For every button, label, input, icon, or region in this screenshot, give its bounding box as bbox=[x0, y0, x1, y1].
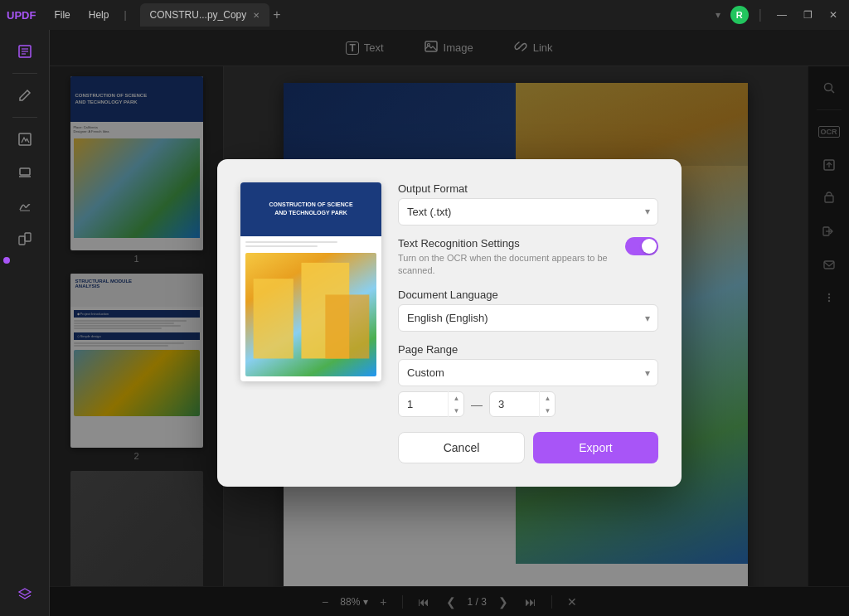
menu-bar: File Help bbox=[46, 6, 117, 24]
modal-overlay: CONSTRUCTION OF SCIENCEAND TECHNOLOGY PA… bbox=[50, 30, 849, 616]
left-sidebar bbox=[0, 30, 50, 616]
menu-file[interactable]: File bbox=[46, 6, 78, 24]
svg-rect-8 bbox=[19, 236, 25, 245]
page-from-wrap: ▲ ▼ bbox=[398, 391, 464, 417]
modal-preview-image: CONSTRUCTION OF SCIENCEAND TECHNOLOGY PA… bbox=[240, 182, 381, 381]
sidebar-divider-1 bbox=[12, 73, 37, 74]
user-avatar[interactable]: R bbox=[730, 6, 749, 24]
range-dash: — bbox=[471, 398, 483, 411]
output-format-label: Output Format bbox=[398, 182, 658, 195]
ocr-toggle[interactable] bbox=[625, 237, 658, 255]
tab-add-icon[interactable]: + bbox=[273, 7, 280, 22]
close-button[interactable]: ✕ bbox=[824, 7, 842, 22]
sidebar-icon-signature[interactable] bbox=[10, 191, 40, 221]
toggle-knob bbox=[642, 239, 657, 254]
preview-header: CONSTRUCTION OF SCIENCEAND TECHNOLOGY PA… bbox=[240, 182, 381, 236]
language-select[interactable]: English (English) French (Français) Germ… bbox=[398, 304, 658, 332]
page-range-select[interactable]: All Pages Custom Current Page bbox=[398, 359, 658, 386]
minimize-button[interactable]: — bbox=[772, 7, 792, 22]
modal-buttons: Cancel Export bbox=[398, 432, 658, 463]
sidebar-icon-annotate[interactable] bbox=[10, 124, 40, 154]
output-format-select-wrapper: Text (.txt) Word (.docx) Excel (.xlsx) P… bbox=[398, 198, 658, 226]
main-layout: T Text Image bbox=[0, 30, 849, 616]
separator-icon: | bbox=[124, 9, 126, 21]
output-format-section: Output Format Text (.txt) Word (.docx) E… bbox=[398, 182, 658, 226]
sidebar-dot-indicator bbox=[3, 257, 10, 264]
page-range-select-wrapper: All Pages Custom Current Page bbox=[398, 359, 658, 386]
document-language-section: Document Language English (English) Fren… bbox=[398, 289, 658, 332]
page-to-spinners: ▲ ▼ bbox=[539, 391, 555, 417]
tab-document[interactable]: CONSTRU...py_Copy ✕ bbox=[140, 3, 270, 27]
document-language-label: Document Language bbox=[398, 289, 658, 301]
building-svg bbox=[245, 253, 376, 376]
svg-rect-25 bbox=[325, 294, 369, 358]
preview-body bbox=[240, 236, 381, 381]
page-range-inputs: ▲ ▼ — ▲ ▼ bbox=[398, 391, 658, 417]
page-to-wrap: ▲ ▼ bbox=[489, 391, 555, 417]
page-to-down[interactable]: ▼ bbox=[540, 405, 555, 418]
user-initial: R bbox=[736, 10, 743, 20]
page-from-down[interactable]: ▼ bbox=[449, 405, 464, 418]
app-logo: UPDF bbox=[7, 9, 36, 22]
page-from-spinners: ▲ ▼ bbox=[448, 391, 464, 417]
preview-header-text: CONSTRUCTION OF SCIENCEAND TECHNOLOGY PA… bbox=[269, 201, 352, 217]
export-button[interactable]: Export bbox=[533, 432, 658, 463]
export-modal: CONSTRUCTION OF SCIENCEAND TECHNOLOGY PA… bbox=[217, 159, 682, 487]
ocr-text-block: Text Recognition Settings Turn on the OC… bbox=[398, 237, 619, 278]
content-area: T Text Image bbox=[50, 30, 849, 616]
modal-preview: CONSTRUCTION OF SCIENCEAND TECHNOLOGY PA… bbox=[240, 182, 381, 464]
sidebar-icon-layers[interactable] bbox=[10, 580, 40, 609]
tab-label: CONSTRU...py_Copy bbox=[150, 9, 247, 21]
svg-rect-23 bbox=[254, 279, 294, 358]
page-from-up[interactable]: ▲ bbox=[449, 391, 464, 405]
page-range-label: Page Range bbox=[398, 343, 658, 356]
menu-help[interactable]: Help bbox=[80, 6, 118, 24]
page-range-section: Page Range All Pages Custom Current Page bbox=[398, 343, 658, 417]
titlebar: UPDF File Help | CONSTRU...py_Copy ✕ + ▾… bbox=[0, 0, 849, 30]
sidebar-divider-2 bbox=[12, 117, 37, 118]
modal-form: Output Format Text (.txt) Word (.docx) E… bbox=[398, 182, 658, 464]
sidebar-icon-combine[interactable] bbox=[10, 224, 40, 254]
ocr-subtitle: Turn on the OCR when the document appear… bbox=[398, 252, 619, 278]
ocr-title: Text Recognition Settings bbox=[398, 237, 619, 250]
output-format-select[interactable]: Text (.txt) Word (.docx) Excel (.xlsx) P… bbox=[398, 198, 658, 226]
maximize-button[interactable]: ❐ bbox=[798, 7, 817, 22]
sidebar-icon-edit[interactable] bbox=[10, 36, 40, 66]
page-to-up[interactable]: ▲ bbox=[540, 391, 555, 405]
preview-building-graphic bbox=[245, 253, 376, 376]
preview-container: CONSTRUCTION OF SCIENCEAND TECHNOLOGY PA… bbox=[240, 182, 381, 381]
sidebar-icon-pencil[interactable] bbox=[10, 80, 40, 110]
tab-close-icon[interactable]: ✕ bbox=[253, 11, 260, 20]
tab-dropdown-icon[interactable]: ▾ bbox=[716, 9, 720, 21]
svg-rect-5 bbox=[20, 168, 30, 175]
language-select-wrapper: English (English) French (Français) Germ… bbox=[398, 304, 658, 332]
cancel-button[interactable]: Cancel bbox=[398, 432, 525, 463]
svg-rect-9 bbox=[25, 233, 31, 241]
tab-area: CONSTRU...py_Copy ✕ + bbox=[140, 3, 712, 27]
sidebar-icon-stamp[interactable] bbox=[10, 158, 40, 187]
window-controls: ▾ R | — ❐ ✕ bbox=[716, 6, 842, 24]
ocr-section: Text Recognition Settings Turn on the OC… bbox=[398, 237, 658, 278]
